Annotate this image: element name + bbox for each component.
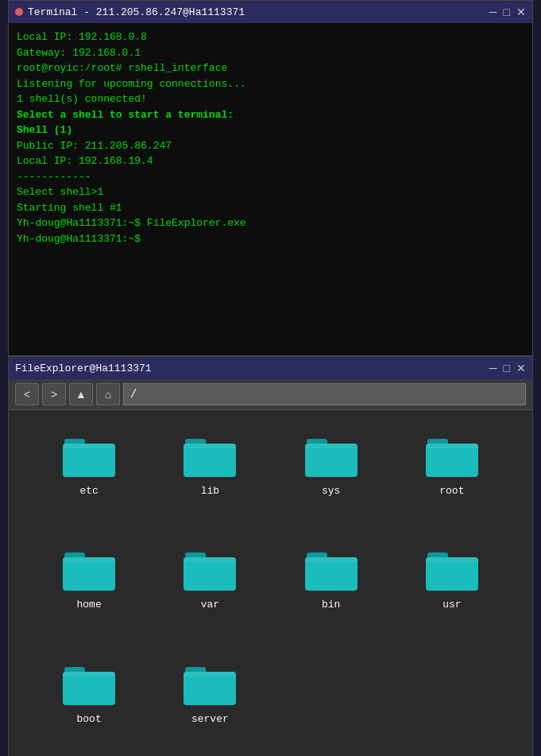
fileexplorer-window: FileExplorer@Ha1113371 ─ □ ✕ < > ▲ ⌂ / e… — [8, 356, 533, 756]
folder-label-etc: etc — [79, 485, 98, 497]
terminal-line: Local IP: 192.168.0.8 — [17, 29, 524, 45]
terminal-close-button[interactable]: ✕ — [516, 6, 526, 17]
terminal-line: Shell (1) — [17, 122, 524, 138]
folder-item-bin[interactable]: bin — [275, 540, 388, 646]
folder-label-var: var — [201, 599, 219, 611]
folder-icon — [424, 432, 480, 480]
terminal-maximize-button[interactable]: □ — [504, 6, 510, 17]
terminal-line: ------------ — [17, 169, 524, 185]
svg-rect-8 — [305, 444, 357, 448]
svg-rect-28 — [184, 672, 236, 705]
folder-label-server: server — [191, 713, 229, 725]
fe-maximize-button[interactable]: □ — [504, 362, 510, 374]
fe-up-button[interactable]: ▲ — [69, 383, 93, 405]
terminal-line: Select shell>1 — [17, 184, 524, 200]
folder-label-root: root — [439, 485, 464, 497]
terminal-controls: ─ □ ✕ — [489, 6, 526, 17]
folder-icon — [61, 661, 117, 708]
fe-titlebar-left: FileExplorer@Ha1113371 — [15, 362, 152, 374]
folder-item-usr[interactable]: usr — [396, 540, 508, 646]
folder-label-usr: usr — [442, 599, 461, 611]
fe-minimize-button[interactable]: ─ — [489, 362, 497, 374]
terminal-title: Terminal - 211.205.86.247@Ha1113371 — [28, 6, 245, 18]
terminal-line: Yh-doug@Ha1113371:~$ — [17, 231, 524, 247]
terminal-line: Public IP: 211.205.86.247 — [17, 138, 524, 154]
terminal-titlebar: Terminal - 211.205.86.247@Ha1113371 ─ □ … — [9, 1, 532, 23]
folder-icon — [61, 546, 117, 594]
svg-rect-4 — [184, 444, 236, 477]
folder-icon — [303, 546, 359, 594]
folder-item-home[interactable]: home — [33, 540, 145, 646]
fe-home-button[interactable]: ⌂ — [96, 383, 120, 405]
fe-close-button[interactable]: ✕ — [516, 362, 526, 374]
svg-rect-11 — [426, 444, 478, 448]
fe-toolbar: < > ▲ ⌂ / — [9, 379, 532, 410]
terminal-line: Select a shell to start a terminal: — [17, 107, 524, 123]
svg-rect-19 — [305, 557, 357, 591]
folder-icon — [61, 432, 117, 480]
terminal-line: Starting shell #1 — [17, 200, 524, 216]
svg-rect-14 — [63, 557, 115, 562]
terminal-body: Local IP: 192.168.0.8Gateway: 192.168.0.… — [9, 23, 532, 355]
folder-item-etc[interactable]: etc — [33, 426, 145, 532]
svg-rect-5 — [184, 444, 236, 448]
fe-path-text: / — [130, 388, 137, 401]
folder-label-boot: boot — [77, 713, 102, 725]
terminal-line: 1 shell(s) connected! — [17, 91, 524, 107]
folder-item-root[interactable]: root — [396, 426, 508, 532]
svg-rect-29 — [184, 672, 236, 677]
fe-controls: ─ □ ✕ — [489, 362, 526, 374]
folder-icon — [303, 432, 359, 480]
terminal-line: Yh-doug@Ha1113371:~$ FileExplorer.exe — [17, 215, 524, 231]
svg-rect-13 — [63, 557, 115, 591]
folder-item-boot[interactable]: boot — [33, 654, 145, 756]
folder-label-lib: lib — [201, 485, 219, 497]
svg-rect-1 — [63, 444, 115, 477]
svg-rect-20 — [305, 557, 357, 562]
svg-rect-23 — [426, 557, 478, 562]
folder-icon — [182, 546, 238, 594]
terminal-window: Terminal - 211.205.86.247@Ha1113371 ─ □ … — [8, 0, 533, 356]
folder-item-var[interactable]: var — [153, 540, 266, 646]
svg-rect-2 — [63, 444, 115, 448]
terminal-icon-dot — [15, 8, 23, 16]
terminal-line: Gateway: 192.168.0.1 — [17, 45, 524, 61]
fe-forward-button[interactable]: > — [42, 383, 66, 405]
svg-rect-17 — [184, 557, 236, 562]
folder-icon — [424, 546, 480, 594]
terminal-minimize-button[interactable]: ─ — [489, 6, 497, 17]
svg-rect-25 — [63, 672, 115, 705]
folder-label-sys: sys — [322, 485, 340, 497]
svg-rect-16 — [184, 557, 236, 591]
svg-rect-22 — [426, 557, 478, 591]
svg-rect-10 — [426, 444, 478, 477]
folder-icon — [182, 661, 238, 708]
fe-content: etc lib sys root — [9, 410, 532, 756]
titlebar-left: Terminal - 211.205.86.247@Ha1113371 — [15, 6, 245, 18]
terminal-line: root@royic:/root# rshell_interface — [17, 60, 524, 76]
terminal-line: Local IP: 192.168.19.4 — [17, 153, 524, 169]
fileexplorer-title: FileExplorer@Ha1113371 — [15, 362, 152, 374]
folder-label-home: home — [77, 599, 102, 611]
folder-label-bin: bin — [322, 599, 340, 611]
fileexplorer-titlebar: FileExplorer@Ha1113371 ─ □ ✕ — [9, 357, 532, 379]
svg-rect-7 — [305, 444, 357, 477]
svg-rect-26 — [63, 672, 115, 677]
fe-path-bar[interactable]: / — [123, 383, 526, 405]
fe-back-button[interactable]: < — [15, 383, 39, 405]
folder-item-server[interactable]: server — [153, 654, 266, 756]
terminal-line: Listening for upcoming connections... — [17, 76, 524, 92]
folder-icon — [182, 432, 238, 480]
folder-item-lib[interactable]: lib — [153, 426, 266, 532]
folder-item-sys[interactable]: sys — [275, 426, 388, 532]
